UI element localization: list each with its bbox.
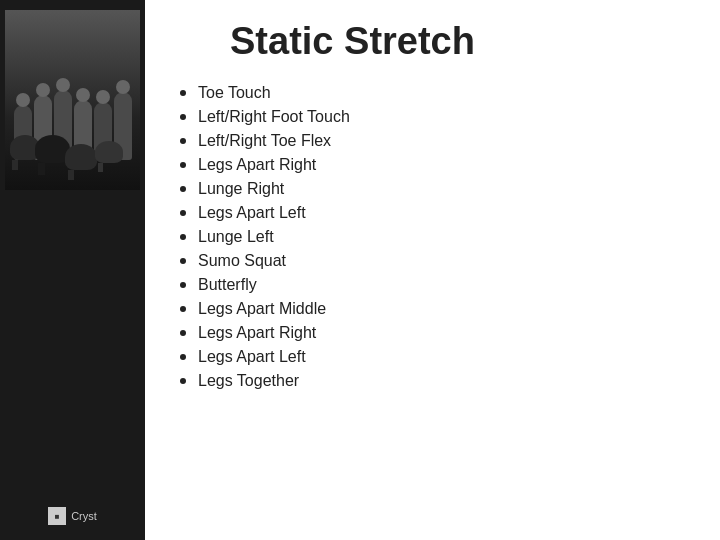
list-item-text: Legs Apart Middle: [198, 300, 326, 318]
list-item: Butterfly: [180, 273, 690, 297]
sidebar-logo: ■ Cryst: [48, 507, 97, 525]
logo-text: Cryst: [71, 510, 97, 522]
bullet-dot-icon: [180, 210, 186, 216]
bullet-dot-icon: [180, 90, 186, 96]
list-item-text: Lunge Left: [198, 228, 274, 246]
bullet-dot-icon: [180, 378, 186, 384]
bullet-dot-icon: [180, 354, 186, 360]
main-content: Static Stretch Toe TouchLeft/Right Foot …: [145, 0, 720, 540]
list-item-text: Left/Right Toe Flex: [198, 132, 331, 150]
list-item-text: Legs Apart Right: [198, 156, 316, 174]
list-item-text: Legs Apart Left: [198, 204, 306, 222]
list-item: Left/Right Toe Flex: [180, 129, 690, 153]
bullet-dot-icon: [180, 258, 186, 264]
list-item-text: Legs Apart Right: [198, 324, 316, 342]
bullet-dot-icon: [180, 114, 186, 120]
bullet-dot-icon: [180, 162, 186, 168]
list-item: Lunge Right: [180, 177, 690, 201]
bullet-dot-icon: [180, 306, 186, 312]
list-item: Toe Touch: [180, 81, 690, 105]
list-item: Sumo Squat: [180, 249, 690, 273]
bullet-dot-icon: [180, 330, 186, 336]
slide: ■ Cryst Static Stretch Toe TouchLeft/Rig…: [0, 0, 720, 540]
list-item-text: Left/Right Foot Touch: [198, 108, 350, 126]
list-item-text: Sumo Squat: [198, 252, 286, 270]
list-item: Legs Together: [180, 369, 690, 393]
page-title: Static Stretch: [230, 20, 690, 63]
bullet-list: Toe TouchLeft/Right Foot TouchLeft/Right…: [180, 81, 690, 393]
list-item: Legs Apart Left: [180, 201, 690, 225]
list-item: Legs Apart Right: [180, 153, 690, 177]
list-item-text: Lunge Right: [198, 180, 284, 198]
list-item: Legs Apart Middle: [180, 297, 690, 321]
bullet-dot-icon: [180, 234, 186, 240]
bullet-dot-icon: [180, 138, 186, 144]
list-item: Legs Apart Left: [180, 345, 690, 369]
bullet-dot-icon: [180, 282, 186, 288]
sidebar: ■ Cryst: [0, 0, 145, 540]
list-item: Left/Right Foot Touch: [180, 105, 690, 129]
list-item-text: Butterfly: [198, 276, 257, 294]
logo-box: ■: [48, 507, 66, 525]
football-image: [5, 10, 140, 190]
list-item-text: Toe Touch: [198, 84, 271, 102]
list-item-text: Legs Together: [198, 372, 299, 390]
list-item-text: Legs Apart Left: [198, 348, 306, 366]
bullet-dot-icon: [180, 186, 186, 192]
list-item: Lunge Left: [180, 225, 690, 249]
list-item: Legs Apart Right: [180, 321, 690, 345]
